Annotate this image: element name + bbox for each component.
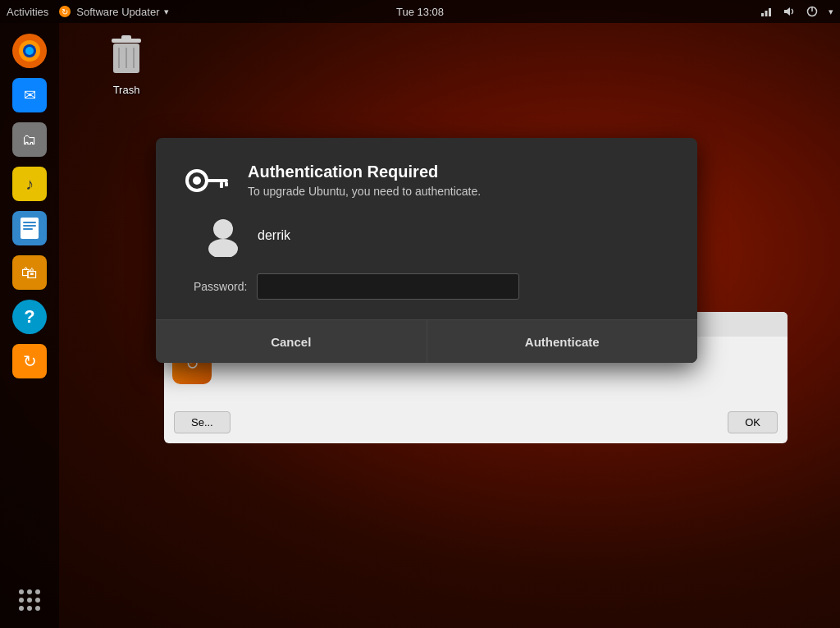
topbar-app-dropdown-icon[interactable]: ▾ bbox=[164, 7, 169, 17]
auth-user-row: derrik bbox=[202, 214, 668, 257]
svg-rect-21 bbox=[23, 225, 36, 227]
auth-password-input[interactable] bbox=[257, 273, 519, 300]
auth-key-icon bbox=[185, 164, 231, 197]
files-icon: 🗂 bbox=[12, 122, 47, 157]
bg-dialog-ok-button[interactable]: OK bbox=[728, 411, 778, 433]
svg-point-34 bbox=[35, 598, 40, 603]
auth-dialog-title: Authentication Required bbox=[248, 163, 481, 181]
svg-rect-48 bbox=[220, 182, 223, 188]
svg-rect-2 bbox=[761, 13, 764, 16]
svg-text:↻: ↻ bbox=[62, 7, 68, 16]
svg-text:♪: ♪ bbox=[25, 175, 34, 193]
svg-marker-5 bbox=[784, 7, 790, 16]
auth-dialog-body: Authentication Required To upgrade Ubunt… bbox=[156, 138, 697, 319]
auth-footer: Cancel Authenticate bbox=[156, 319, 697, 363]
topbar-right-indicators: ▾ bbox=[760, 5, 833, 18]
svg-point-11 bbox=[25, 47, 34, 55]
svg-point-31 bbox=[35, 589, 40, 594]
svg-point-36 bbox=[27, 606, 32, 611]
dock-item-files[interactable]: 🗂 bbox=[10, 120, 49, 159]
trash-desktop-icon[interactable]: Trash bbox=[107, 33, 146, 96]
svg-rect-22 bbox=[23, 228, 33, 230]
svg-rect-4 bbox=[769, 8, 771, 16]
svg-rect-49 bbox=[225, 182, 228, 186]
appstore-icon: 🛍 bbox=[12, 255, 47, 290]
firefox-icon bbox=[12, 34, 47, 68]
auth-password-label: Password: bbox=[194, 280, 247, 293]
dock: ✉ 🗂 ♪ 🛍 ? bbox=[0, 23, 59, 628]
network-icon[interactable] bbox=[760, 5, 773, 18]
trash-label: Trash bbox=[113, 84, 140, 96]
dock-item-grid[interactable] bbox=[10, 580, 49, 620]
dock-item-appstore[interactable]: 🛍 bbox=[10, 253, 49, 292]
auth-avatar-icon bbox=[202, 214, 244, 257]
svg-point-32 bbox=[19, 598, 24, 603]
rhythmbox-icon: ♪ bbox=[12, 167, 47, 201]
svg-rect-20 bbox=[23, 222, 36, 223]
topbar-app-name: Software Updater bbox=[76, 6, 159, 18]
power-icon[interactable] bbox=[806, 5, 819, 18]
help-icon: ? bbox=[12, 300, 47, 334]
svg-point-33 bbox=[27, 598, 32, 603]
topbar: Activities ↻ Software Updater ▾ Tue 13:0… bbox=[0, 0, 840, 23]
svg-rect-39 bbox=[121, 35, 131, 40]
volume-icon[interactable] bbox=[783, 5, 796, 18]
svg-point-37 bbox=[35, 606, 40, 611]
auth-cancel-button[interactable]: Cancel bbox=[156, 320, 427, 363]
svg-text:?: ? bbox=[24, 306, 34, 327]
trash-icon-image bbox=[107, 33, 146, 80]
software-updater-topbar-icon: ↻ bbox=[58, 5, 71, 18]
dock-item-updater[interactable]: ↻ bbox=[10, 342, 49, 381]
auth-title-block: Authentication Required To upgrade Ubunt… bbox=[248, 163, 481, 198]
dock-item-writer[interactable] bbox=[10, 209, 49, 248]
auth-password-row: Password: bbox=[194, 273, 668, 300]
updater-dock-icon: ↻ bbox=[12, 344, 47, 378]
dock-item-thunderbird[interactable]: ✉ bbox=[10, 76, 49, 115]
svg-text:✉: ✉ bbox=[24, 87, 36, 103]
svg-point-46 bbox=[193, 176, 201, 185]
svg-point-51 bbox=[208, 239, 238, 257]
svg-text:🗂: 🗂 bbox=[22, 131, 37, 148]
svg-rect-47 bbox=[205, 179, 228, 182]
svg-point-29 bbox=[19, 589, 24, 594]
auth-header: Authentication Required To upgrade Ubunt… bbox=[185, 163, 668, 198]
writer-icon bbox=[12, 211, 47, 245]
topbar-clock: Tue 13:08 bbox=[396, 6, 444, 18]
auth-username: derrik bbox=[258, 228, 290, 243]
auth-authenticate-button[interactable]: Authenticate bbox=[427, 320, 698, 363]
auth-dialog-subtitle: To upgrade Ubuntu, you need to authentic… bbox=[248, 185, 481, 198]
apps-grid-icon bbox=[15, 585, 44, 615]
dock-item-help[interactable]: ? bbox=[10, 297, 49, 337]
auth-dialog: Authentication Required To upgrade Ubunt… bbox=[156, 138, 697, 363]
svg-rect-3 bbox=[765, 11, 768, 16]
bg-dialog-search-button[interactable]: Se... bbox=[174, 411, 231, 433]
svg-point-30 bbox=[27, 589, 32, 594]
activities-button[interactable]: Activities bbox=[7, 6, 48, 18]
svg-text:↻: ↻ bbox=[23, 352, 37, 370]
dock-item-firefox[interactable] bbox=[10, 31, 49, 71]
svg-text:🛍: 🛍 bbox=[21, 264, 38, 282]
topbar-system-dropdown-icon[interactable]: ▾ bbox=[829, 7, 833, 17]
thunderbird-icon: ✉ bbox=[12, 78, 47, 112]
svg-point-35 bbox=[19, 606, 24, 611]
svg-point-50 bbox=[213, 219, 233, 239]
dock-item-rhythmbox[interactable]: ♪ bbox=[10, 164, 49, 204]
trash-svg bbox=[108, 35, 144, 78]
topbar-app-menu[interactable]: ↻ Software Updater ▾ bbox=[58, 5, 169, 18]
